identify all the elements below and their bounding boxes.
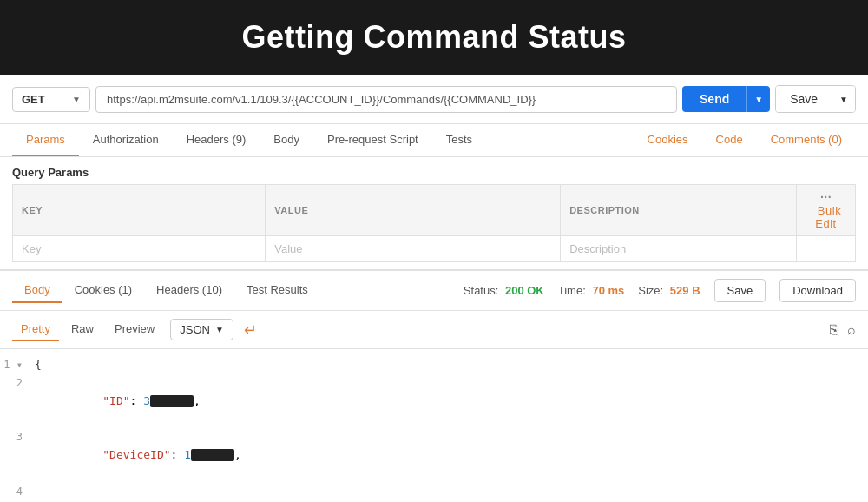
fmt-tab-raw[interactable]: Raw <box>62 318 102 341</box>
tab-authorization[interactable]: Authorization <box>79 124 173 156</box>
response-meta: Status: 200 OK Time: 70 ms Size: 529 B S… <box>464 279 856 302</box>
method-label: GET <box>22 93 45 106</box>
save-label: Save <box>790 92 818 106</box>
send-dropdown-button[interactable]: ▼ <box>746 86 770 112</box>
format-chevron-icon: ▼ <box>215 325 224 334</box>
params-placeholder-row: Key Value Description <box>13 236 856 262</box>
code-line-3: 3 "DeviceID": 1 , <box>0 428 868 482</box>
resp-tab-body[interactable]: Body <box>12 278 62 303</box>
method-select[interactable]: GET ▼ <box>12 87 90 112</box>
send-label: Send <box>700 92 729 106</box>
header-title: Getting Command Status <box>241 19 626 55</box>
bulk-edit-button[interactable]: Bulk Edit <box>815 204 841 230</box>
code-line-1: 1 ▾ { <box>0 356 868 374</box>
tab-tests[interactable]: Tests <box>432 124 486 156</box>
tab-cookies[interactable]: Cookies <box>634 124 702 156</box>
actions-placeholder <box>797 236 856 262</box>
time-label: Time: 70 ms <box>558 284 625 297</box>
save-button-group: Save ▼ <box>775 85 856 113</box>
page-title: Getting Command Status <box>0 0 868 75</box>
response-download-button[interactable]: Download <box>779 279 856 302</box>
size-label: Size: 529 B <box>638 284 700 297</box>
right-tabs: Cookies Code Comments (0) <box>634 124 856 156</box>
code-area: 1 ▾ { 2 "ID": 3 , 3 "DeviceID": 1 , 4 "T… <box>0 349 868 502</box>
save-button[interactable]: Save <box>776 86 832 112</box>
format-select[interactable]: JSON ▼ <box>170 319 233 340</box>
desc-placeholder[interactable]: Description <box>561 236 797 262</box>
params-table: KEY VALUE DESCRIPTION ··· Bulk Edit <box>12 184 856 262</box>
response-bar: Body Cookies (1) Headers (10) Test Resul… <box>0 269 868 311</box>
send-button-group: Send ▼ <box>682 86 770 112</box>
copy-icon[interactable]: ⎘ <box>830 322 838 338</box>
send-button[interactable]: Send <box>682 86 746 112</box>
tab-pre-request[interactable]: Pre-request Script <box>313 124 432 156</box>
resp-tab-cookies[interactable]: Cookies (1) <box>62 278 144 303</box>
tab-headers[interactable]: Headers (9) <box>173 124 260 156</box>
col-actions-header: ··· Bulk Edit <box>797 185 856 236</box>
tab-params[interactable]: Params <box>12 124 79 156</box>
tab-comments[interactable]: Comments (0) <box>757 124 856 156</box>
tab-body[interactable]: Body <box>260 124 313 156</box>
url-input[interactable] <box>95 86 677 113</box>
left-tabs: Params Authorization Headers (9) Body Pr… <box>12 124 486 156</box>
value-placeholder[interactable]: Value <box>266 236 561 262</box>
format-right-icons: ⎘ ⌕ <box>830 322 856 338</box>
url-bar: GET ▼ Send ▼ Save ▼ <box>0 75 868 124</box>
code-line-2: 2 "ID": 3 , <box>0 374 868 428</box>
query-params-label: Query Params <box>12 166 89 179</box>
format-bar: Pretty Raw Preview JSON ▼ ↵ ⎘ ⌕ <box>0 311 868 349</box>
wrap-icon[interactable]: ↵ <box>244 320 257 340</box>
search-icon[interactable]: ⌕ <box>847 322 856 338</box>
query-params-section: Query Params <box>0 157 868 179</box>
nav-tabs: Params Authorization Headers (9) Body Pr… <box>0 124 868 157</box>
col-desc-header: DESCRIPTION <box>561 185 797 236</box>
code-line-4: 4 "Type": "EngineStart", <box>0 483 868 502</box>
status-label: Status: 200 OK <box>464 284 544 297</box>
fmt-tab-pretty[interactable]: Pretty <box>12 318 59 341</box>
key-placeholder[interactable]: Key <box>13 236 266 262</box>
params-table-container: KEY VALUE DESCRIPTION ··· Bulk Edit <box>0 184 868 269</box>
save-dropdown-button[interactable]: ▼ <box>832 86 855 112</box>
col-key-header: KEY <box>13 185 266 236</box>
response-save-button[interactable]: Save <box>714 279 766 302</box>
col-value-header: VALUE <box>266 185 561 236</box>
resp-tab-headers[interactable]: Headers (10) <box>144 278 234 303</box>
resp-tab-test-results[interactable]: Test Results <box>234 278 320 303</box>
method-chevron-icon: ▼ <box>72 95 81 104</box>
response-tabs: Body Cookies (1) Headers (10) Test Resul… <box>12 278 320 303</box>
fmt-tab-preview[interactable]: Preview <box>106 318 163 341</box>
tab-code[interactable]: Code <box>702 124 757 156</box>
